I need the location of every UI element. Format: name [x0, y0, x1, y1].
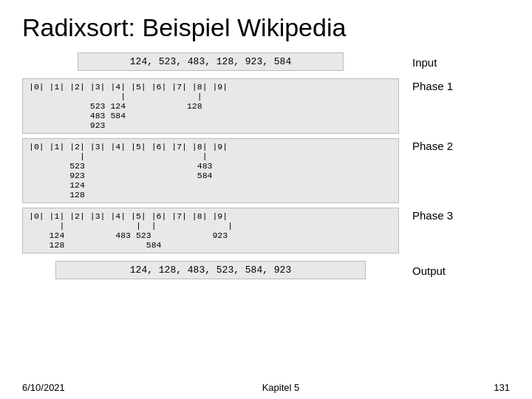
content-area: 124, 523, 483, 128, 923, 584 Input |0| |…: [22, 52, 510, 279]
phase2-row: |0| |1| |2| |3| |4| |5| |6| |7| |8| |9| …: [22, 138, 510, 203]
phase2-label: Phase 2: [399, 138, 453, 152]
bottom-bar: 6/10/2021 Kapitel 5 131: [0, 382, 532, 393]
phase1-diagram: |0| |1| |2| |3| |4| |5| |6| |7| |8| |9| …: [22, 78, 399, 134]
bottom-page: 131: [480, 382, 510, 393]
phase3-row: |0| |1| |2| |3| |4| |5| |6| |7| |8| |9| …: [22, 208, 510, 253]
page: Radixsort: Beispiel Wikipedia 124, 523, …: [0, 0, 532, 399]
output-block: 124, 128, 483, 523, 584, 923: [55, 261, 366, 279]
phase3-label: Phase 3: [399, 208, 453, 222]
input-label: Input: [399, 55, 437, 69]
phase3-diagram: |0| |1| |2| |3| |4| |5| |6| |7| |8| |9| …: [22, 208, 399, 253]
bottom-date: 6/10/2021: [22, 382, 81, 393]
phase1-label: Phase 1: [399, 78, 453, 92]
phase2-diagram: |0| |1| |2| |3| |4| |5| |6| |7| |8| |9| …: [22, 138, 399, 203]
output-row: 124, 128, 483, 523, 584, 923 Output: [22, 261, 510, 279]
page-title: Radixsort: Beispiel Wikipedia: [22, 13, 510, 42]
input-block: 124, 523, 483, 128, 923, 584: [78, 52, 344, 71]
input-row: 124, 523, 483, 128, 923, 584 Input: [22, 52, 510, 71]
phase1-row: |0| |1| |2| |3| |4| |5| |6| |7| |8| |9| …: [22, 78, 510, 134]
output-label: Output: [399, 263, 446, 277]
bottom-center-text: Kapitel 5: [81, 382, 480, 393]
